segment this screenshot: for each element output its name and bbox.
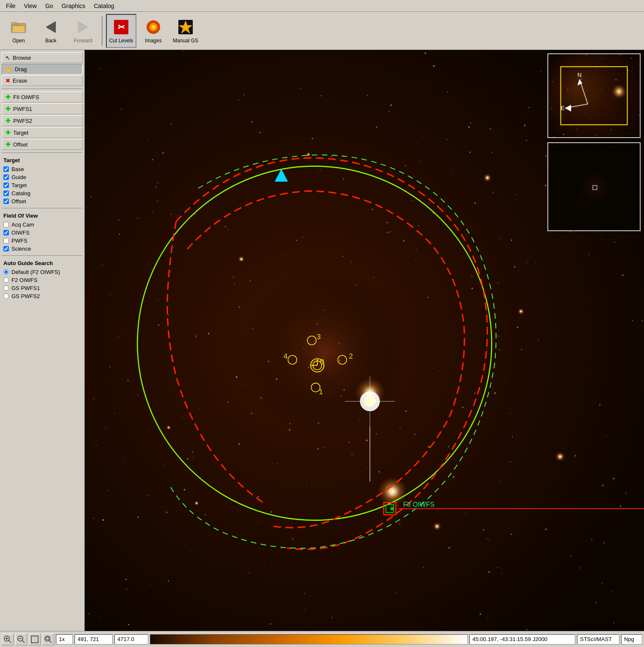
manual-gs-icon	[177, 18, 194, 36]
browse-label: Browse	[13, 55, 31, 61]
radio-f2-oiwfs-label: F2 OIWFS	[11, 277, 37, 283]
catalog-source: STScI/MAST	[577, 634, 619, 644]
check-catalog[interactable]: Catalog	[2, 189, 83, 197]
check-acq-cam[interactable]: Acq Cam	[2, 221, 83, 229]
toolbar: Open Back Forward ✂ Cut Levels	[0, 12, 644, 50]
target-plus-icon: ✚	[6, 129, 11, 136]
check-pwfs[interactable]: PWFS	[2, 237, 83, 245]
check-oiwfs[interactable]: OIWFS	[2, 229, 83, 237]
erase-button[interactable]: ✖ Erase	[2, 75, 83, 86]
svg-rect-39	[46, 637, 49, 640]
menu-file[interactable]: File	[2, 2, 20, 10]
browse-button[interactable]: ↖ Browse	[2, 53, 83, 63]
forward-label: Forward	[74, 38, 92, 44]
open-button[interactable]: Open	[3, 14, 34, 48]
fit-button[interactable]	[29, 633, 41, 645]
open-icon	[10, 18, 28, 36]
offset-label: Offset	[13, 141, 28, 148]
check-science[interactable]: Science	[2, 245, 83, 253]
radio-gs-pwfs1-input[interactable]	[3, 285, 9, 291]
main-layout: ↖ Browse ✋ Drag ✖ Erase ✚ FII OIWFS ✚ PW…	[0, 50, 644, 631]
pixel-coords: 491, 721	[75, 634, 113, 644]
check-acq-cam-label: Acq Cam	[11, 221, 34, 228]
zoom-canvas	[548, 143, 641, 231]
svg-line-34	[22, 640, 25, 643]
check-target[interactable]: Target	[2, 181, 83, 189]
check-guide-input[interactable]	[3, 174, 9, 180]
radio-gs-pwfs1[interactable]: GS PWFS1	[2, 284, 83, 292]
check-base-label: Base	[11, 166, 24, 172]
radio-default-input[interactable]	[3, 269, 9, 275]
fii-oiwfs-button[interactable]: ✚ FII OIWFS	[2, 91, 83, 102]
back-button[interactable]: Back	[36, 14, 66, 48]
check-oiwfs-input[interactable]	[3, 230, 9, 235]
radio-f2-oiwfs-input[interactable]	[3, 277, 9, 283]
target-section-header: Target	[2, 157, 83, 163]
inset-zoom	[547, 142, 641, 231]
check-catalog-label: Catalog	[11, 190, 31, 196]
radio-gs-pwfs1-label: GS PWFS1	[11, 285, 40, 291]
images-label: Images	[145, 38, 161, 44]
offset-button[interactable]: ✚ Offset	[2, 139, 83, 150]
fov-section-header: Field Of View	[2, 213, 83, 219]
check-pwfs-label: PWFS	[11, 238, 28, 244]
image-area[interactable]: 0 2 3 4 1 FII OIWFS	[85, 50, 644, 631]
statusbar: 1x 491, 721 4717.0 45:00.197, -43:31:15.…	[0, 631, 644, 647]
radio-default[interactable]: Default (F2 OIWFS)	[2, 268, 83, 276]
check-base-input[interactable]	[3, 166, 9, 172]
check-offset[interactable]: Offset	[2, 197, 83, 205]
pwfs1-plus-icon: ✚	[6, 105, 11, 112]
pwfs1-button[interactable]: ✚ PWFS1	[2, 103, 83, 114]
menu-graphics[interactable]: Graphics	[57, 2, 89, 10]
drag-label: Drag	[15, 66, 27, 72]
check-target-input[interactable]	[3, 182, 9, 188]
radio-gs-pwfs2-input[interactable]	[3, 293, 9, 299]
toolbar-separator-1	[102, 16, 103, 46]
back-label: Back	[45, 38, 57, 44]
menu-go[interactable]: Go	[41, 2, 58, 10]
forward-button[interactable]: Forward	[68, 14, 98, 48]
drag-button[interactable]: ✋ Drag	[2, 64, 83, 75]
menubar: File View Go Graphics Catalog	[0, 0, 644, 12]
pwfs2-label: PWFS2	[13, 118, 32, 124]
open-label: Open	[12, 38, 25, 44]
zoom-out-button[interactable]	[15, 633, 27, 645]
inset-north-arrow	[547, 53, 641, 138]
check-offset-label: Offset	[11, 198, 26, 205]
svg-point-10	[151, 25, 155, 29]
check-science-input[interactable]	[3, 246, 9, 252]
radio-default-label: Default (F2 OIWFS)	[11, 269, 60, 275]
check-offset-input[interactable]	[3, 199, 9, 204]
sidebar: ↖ Browse ✋ Drag ✖ Erase ✚ FII OIWFS ✚ PW…	[0, 50, 85, 631]
check-acq-cam-input[interactable]	[3, 222, 9, 227]
manual-gs-button[interactable]: Manual GS	[170, 14, 201, 48]
target-button[interactable]: ✚ Target	[2, 127, 83, 138]
colorbar	[150, 634, 468, 644]
radec-coords: 45:00.197, -43:31:15.59 J2000	[469, 634, 575, 644]
check-catalog-input[interactable]	[3, 191, 9, 196]
svg-rect-36	[31, 636, 38, 643]
pwfs2-button[interactable]: ✚ PWFS2	[2, 115, 83, 126]
sidebar-divider-2	[2, 152, 83, 153]
radio-gs-pwfs2[interactable]: GS PWFS2	[2, 292, 83, 300]
sidebar-divider-1	[2, 88, 83, 89]
cut-levels-icon: ✂	[112, 18, 130, 36]
menu-catalog[interactable]: Catalog	[89, 2, 118, 10]
check-guide[interactable]: Guide	[2, 173, 83, 181]
cut-levels-button[interactable]: ✂ Cut Levels	[106, 14, 136, 48]
erase-icon: ✖	[6, 77, 10, 84]
zoom-area-button[interactable]	[42, 633, 54, 645]
images-button[interactable]: Images	[138, 14, 169, 48]
offset-plus-icon: ✚	[6, 141, 11, 148]
menu-view[interactable]: View	[20, 2, 41, 10]
svg-marker-5	[78, 22, 88, 33]
browse-icon: ↖	[6, 55, 10, 61]
svg-line-38	[49, 640, 52, 643]
north-arrow-canvas	[548, 54, 640, 137]
check-pwfs-input[interactable]	[3, 238, 9, 243]
check-base[interactable]: Base	[2, 165, 83, 173]
images-icon	[144, 18, 162, 36]
zoom-in-button[interactable]	[2, 633, 14, 645]
cut-levels-label: Cut Levels	[109, 38, 133, 44]
radio-f2-oiwfs[interactable]: F2 OIWFS	[2, 276, 83, 284]
